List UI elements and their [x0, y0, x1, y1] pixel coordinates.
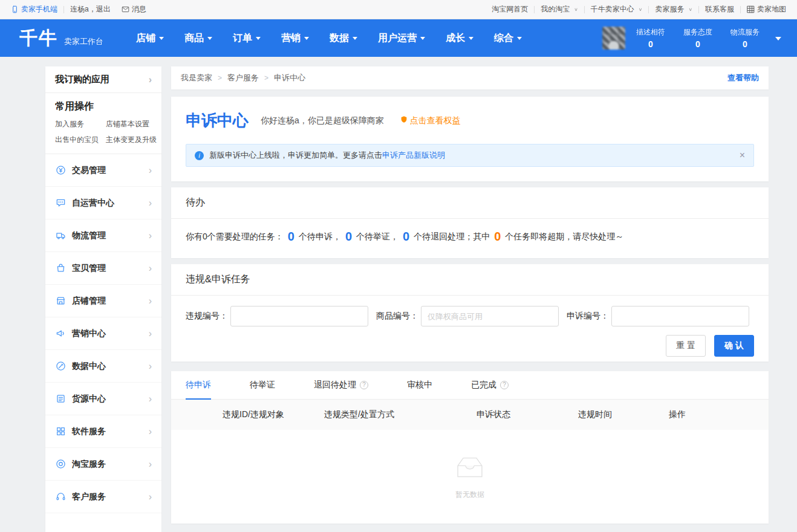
- chevron-right-icon: [149, 296, 152, 306]
- chevron-down-icon: [469, 37, 473, 42]
- topbar-left: 卖家手机端 连杨a，退出 消息: [11, 4, 146, 15]
- box-list-icon: [55, 394, 66, 404]
- circle-target-icon: [55, 459, 66, 470]
- seller-map-link[interactable]: 卖家地图: [747, 4, 786, 15]
- question-icon[interactable]: [360, 381, 368, 389]
- nav-order[interactable]: 订单: [233, 32, 261, 45]
- column-header-actions: 操作: [669, 409, 769, 420]
- divider: [534, 6, 535, 13]
- sidebar-item-trade-management[interactable]: 交易管理: [45, 154, 161, 187]
- brand[interactable]: 千牛 卖家工作台: [19, 26, 103, 51]
- qianniu-seller-center-menu[interactable]: 千牛卖家中心: [591, 4, 643, 15]
- breadcrumb: 我是卖家 > 客户服务 > 申诉中心 查看帮助: [171, 66, 769, 89]
- chevron-right-icon: [149, 198, 152, 208]
- violation-id-input[interactable]: [230, 306, 368, 326]
- sidebar-item-software-services[interactable]: 软件服务: [45, 415, 161, 448]
- stat-service-score[interactable]: 服务态度 0: [676, 27, 720, 49]
- chevron-right-icon: [149, 329, 152, 339]
- sidebar-item-marketing-center[interactable]: 营销中心: [45, 317, 161, 350]
- avatar[interactable]: [602, 27, 625, 50]
- view-rights-link[interactable]: 点击查看权益: [400, 115, 461, 126]
- stat-logistics-score[interactable]: 物流服务 0: [723, 27, 767, 49]
- nav-data[interactable]: 数据: [330, 32, 357, 45]
- content-area: 我订购的应用 常用操作 加入服务 店铺基本设置 出售中的宝贝 主体变更及升级 交…: [0, 57, 797, 532]
- sidebar-item-goods-management[interactable]: 宝贝管理: [45, 252, 161, 285]
- contact-support-link[interactable]: 联系客服: [705, 4, 734, 15]
- quick-link-entity-change[interactable]: 主体变更及升级: [106, 135, 157, 145]
- nav-growth[interactable]: 成长: [446, 32, 473, 45]
- chevron-down-icon: [304, 37, 309, 42]
- chevron-down-icon: [207, 37, 212, 42]
- tab-pending-appeal[interactable]: 待申诉: [186, 371, 211, 400]
- violation-appeal-heading: 违规&申诉任务: [171, 264, 769, 296]
- pending-return-count: 0: [403, 230, 409, 244]
- chevron-right-icon: [149, 459, 152, 469]
- form-actions: 重 置 确 认: [171, 326, 769, 362]
- nav-product[interactable]: 商品: [184, 32, 212, 45]
- taobao-home-link[interactable]: 淘宝网首页: [492, 4, 528, 15]
- appeal-id-field: 申诉编号：: [567, 306, 749, 326]
- main-navbar: 千牛 卖家工作台 店铺 商品 订单 营销 数据 用户运营 成长 综合 描述相符 …: [0, 19, 797, 57]
- tab-in-review[interactable]: 审核中: [407, 371, 432, 400]
- banner-link[interactable]: 申诉产品新版说明: [382, 150, 445, 161]
- chevron-down-icon: [256, 37, 261, 42]
- view-help-link[interactable]: 查看帮助: [727, 73, 759, 83]
- page-header-card: 申诉中心 你好连杨a，你已是超级保障商家 点击查看权益 新版申诉中心上线啦，申诉…: [171, 97, 769, 181]
- stat-description-score[interactable]: 描述相符 0: [629, 27, 672, 49]
- nav-general[interactable]: 综合: [494, 32, 522, 45]
- chevron-right-icon: [149, 264, 152, 273]
- trade-icon: [55, 165, 66, 176]
- user-logout-link[interactable]: 连杨a，退出: [70, 4, 111, 15]
- sidebar-item-taobao-services[interactable]: 淘宝服务: [45, 448, 161, 481]
- nav-marketing[interactable]: 营销: [281, 32, 309, 45]
- pending-appeal-count: 0: [288, 230, 294, 244]
- dropdown-caret-icon[interactable]: [775, 37, 781, 44]
- quick-link-join-service[interactable]: 加入服务: [55, 119, 101, 129]
- topbar-right: 淘宝网首页 我的淘宝 千牛卖家中心 卖家服务 联系客服 卖家地图: [492, 4, 786, 15]
- qianniu-logo: 千牛: [19, 26, 58, 51]
- tab-completed[interactable]: 已完成: [471, 371, 509, 400]
- top-utility-bar: 卖家手机端 连杨a，退出 消息 淘宝网首页 我的淘宝 千牛卖家中心 卖家服务 联…: [0, 0, 797, 19]
- chevron-right-icon: [149, 362, 152, 371]
- confirm-button[interactable]: 确 认: [714, 335, 754, 357]
- info-icon: [195, 151, 204, 160]
- close-icon[interactable]: [740, 151, 745, 160]
- megaphone-icon: [55, 328, 66, 339]
- quick-link-shop-settings[interactable]: 店铺基本设置: [106, 119, 157, 129]
- nav-user-operations[interactable]: 用户运营: [378, 32, 425, 45]
- my-taobao-menu[interactable]: 我的淘宝: [541, 4, 578, 15]
- quick-link-items-on-sale[interactable]: 出售中的宝贝: [55, 135, 101, 145]
- sidebar-item-self-operation-center[interactable]: 自运营中心: [45, 187, 161, 219]
- divider: [584, 6, 585, 13]
- breadcrumb-customer-service[interactable]: 客户服务: [227, 73, 259, 83]
- search-form: 违规编号： 商品编号： 申诉编号：: [171, 296, 769, 326]
- greeting-text: 你好连杨a，你已是超级保障商家: [261, 115, 384, 126]
- empty-state: 暂无数据: [171, 430, 769, 524]
- breadcrumb-seller-home[interactable]: 我是卖家: [181, 73, 212, 83]
- page-title: 申诉中心: [186, 110, 249, 131]
- sidebar: 我订购的应用 常用操作 加入服务 店铺基本设置 出售中的宝贝 主体变更及升级 交…: [45, 66, 161, 532]
- sidebar-item-shop-management[interactable]: 店铺管理: [45, 285, 161, 317]
- brand-subtitle: 卖家工作台: [64, 36, 103, 47]
- product-id-input[interactable]: [421, 306, 559, 326]
- expiring-task-count: 0: [494, 230, 501, 244]
- seller-mobile-link[interactable]: 卖家手机端: [11, 4, 57, 15]
- product-id-field: 商品编号：: [376, 306, 559, 326]
- main-panel: 我是卖家 > 客户服务 > 申诉中心 查看帮助 申诉中心 你好连杨a，你已是超级…: [171, 66, 769, 532]
- sidebar-item-logistics-management[interactable]: 物流管理: [45, 219, 161, 252]
- sidebar-item-supply-center[interactable]: 货源中心: [45, 383, 161, 415]
- tab-pending-evidence[interactable]: 待举证: [250, 371, 275, 400]
- seller-services-menu[interactable]: 卖家服务: [655, 4, 692, 15]
- reset-button[interactable]: 重 置: [666, 335, 706, 357]
- appeal-id-input[interactable]: [611, 306, 749, 326]
- tab-returned-pending[interactable]: 退回待处理: [314, 371, 368, 400]
- divider: [648, 6, 649, 13]
- sidebar-item-customer-service[interactable]: 客户服务: [45, 481, 161, 513]
- nav-shop[interactable]: 店铺: [136, 32, 164, 45]
- messages-link[interactable]: 消息: [122, 4, 146, 15]
- mail-icon: [122, 5, 129, 13]
- sidebar-item-data-center[interactable]: 数据中心: [45, 350, 161, 383]
- sidebar-item-purchased-apps[interactable]: 我订购的应用: [45, 66, 161, 93]
- divider: [698, 6, 699, 13]
- question-icon[interactable]: [500, 381, 509, 389]
